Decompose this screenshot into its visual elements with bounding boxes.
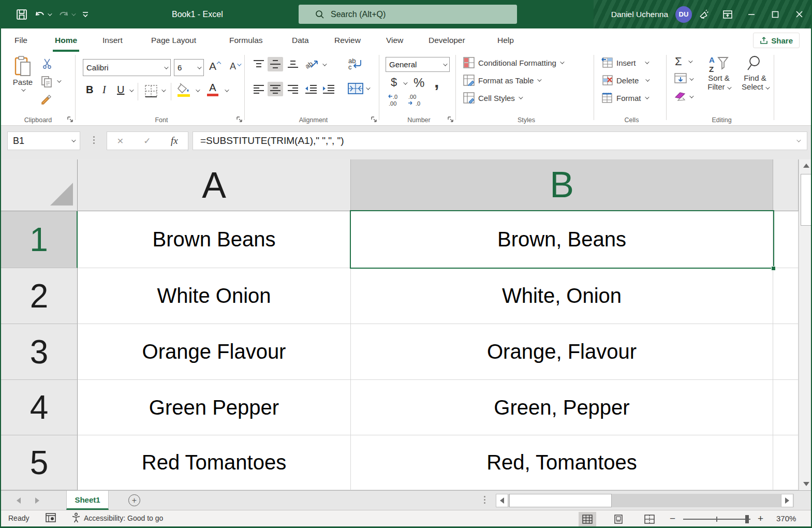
borders-dropdown-icon[interactable] (161, 87, 166, 92)
merge-center-button[interactable] (347, 82, 364, 95)
shrink-font-button[interactable]: A (230, 61, 240, 72)
accounting-format-button[interactable]: $ (391, 76, 397, 89)
cell-b2[interactable]: White, Onion (351, 268, 773, 324)
clear-dropdown-icon[interactable] (689, 94, 693, 98)
fill-dropdown-icon[interactable] (689, 76, 693, 80)
copy-dropdown-icon[interactable] (57, 78, 61, 82)
row-header-4[interactable]: 4 (1, 380, 78, 435)
format-as-table-button[interactable]: Format as Table (463, 74, 540, 87)
insert-function-icon[interactable]: fx (171, 135, 178, 146)
search-input[interactable]: Search (Alt+Q) (299, 5, 517, 24)
number-dialog-launcher-icon[interactable] (447, 116, 454, 123)
accounting-dropdown-icon[interactable] (403, 80, 407, 84)
orientation-dropdown-icon[interactable] (322, 62, 327, 66)
number-format-select[interactable]: General (386, 57, 450, 72)
accessibility-status[interactable]: Accessibility: Good to go (84, 514, 163, 522)
save-icon[interactable] (17, 9, 27, 20)
chevron-down-icon[interactable] (71, 138, 76, 142)
conditional-formatting-button[interactable]: Conditional Formatting (463, 56, 563, 69)
formula-bar-grip[interactable] (93, 136, 95, 144)
cell-a4[interactable]: Green Pepper (78, 380, 351, 435)
format-cells-button[interactable]: Format (601, 91, 648, 105)
cell-a5[interactable]: Red Tomantoes (78, 435, 351, 490)
align-left-button[interactable] (252, 84, 265, 94)
tab-review[interactable]: Review (332, 28, 363, 52)
row-header-1[interactable]: 1 (1, 211, 78, 268)
tab-formulas[interactable]: Formulas (227, 28, 265, 52)
undo-dropdown-icon[interactable] (48, 11, 52, 16)
scroll-up-button[interactable] (799, 159, 812, 172)
cell-c4[interactable] (773, 380, 799, 435)
scroll-down-button[interactable] (799, 478, 812, 490)
underline-button[interactable]: U (117, 84, 124, 96)
cancel-icon[interactable]: × (117, 135, 123, 147)
alignment-dialog-launcher-icon[interactable] (371, 116, 377, 123)
cell-b4[interactable]: Green, Pepper (351, 380, 773, 435)
column-header-c[interactable] (773, 159, 799, 211)
cell-styles-button[interactable]: Cell Styles (463, 91, 522, 105)
font-color-button[interactable]: A (207, 82, 218, 96)
increase-indent-button[interactable] (321, 84, 336, 94)
chevron-down-icon[interactable] (197, 65, 201, 69)
italic-button[interactable]: I (102, 84, 106, 96)
user-name[interactable]: Daniel Uchenna (611, 10, 668, 19)
horizontal-scroll-thumb[interactable] (509, 494, 612, 507)
share-button[interactable]: Share (753, 33, 800, 48)
chevron-down-icon[interactable] (765, 85, 770, 89)
orientation-button[interactable]: ab (305, 57, 320, 70)
page-break-view-button[interactable] (641, 512, 658, 526)
cell-a1[interactable]: Brown Beans (78, 211, 351, 268)
ribbon-display-options-icon[interactable] (716, 0, 740, 28)
font-color-dropdown-icon[interactable] (225, 87, 229, 92)
tab-insert[interactable]: Insert (100, 28, 125, 52)
enter-icon[interactable]: ✓ (143, 136, 151, 146)
chevron-down-icon[interactable] (645, 95, 649, 99)
align-center-button[interactable] (268, 82, 283, 96)
fill-color-dropdown-icon[interactable] (196, 87, 200, 92)
chevron-down-icon[interactable] (646, 77, 650, 81)
sort-filter-button[interactable]: AZ Sort & Filter (702, 55, 736, 91)
chevron-down-icon[interactable] (560, 60, 564, 64)
copy-button[interactable] (40, 76, 53, 88)
row-header-3[interactable]: 3 (1, 324, 78, 380)
tab-data[interactable]: Data (290, 28, 311, 52)
align-right-button[interactable] (286, 84, 300, 94)
zoom-level[interactable]: 370% (776, 514, 796, 523)
normal-view-button[interactable] (579, 512, 596, 526)
scroll-right-button[interactable] (781, 494, 793, 507)
close-button[interactable] (787, 0, 811, 28)
font-family-select[interactable]: Calibri (83, 59, 171, 76)
tab-view[interactable]: View (384, 28, 405, 52)
zoom-slider-thumb[interactable] (745, 515, 749, 523)
zoom-in-button[interactable]: + (758, 513, 763, 524)
coming-soon-megaphone-icon[interactable] (692, 0, 716, 28)
cut-button[interactable] (41, 58, 53, 69)
cell-a3[interactable]: Orange Flavour (78, 324, 351, 380)
autosum-dropdown-icon[interactable] (688, 58, 692, 63)
autosum-button[interactable]: Σ (675, 55, 682, 68)
chevron-down-icon[interactable] (537, 77, 541, 81)
name-box[interactable]: B1 (7, 131, 80, 150)
horizontal-scrollbar[interactable] (496, 494, 794, 507)
macro-record-icon[interactable] (46, 513, 56, 522)
tab-help[interactable]: Help (495, 28, 516, 52)
align-bottom-button[interactable] (286, 59, 300, 69)
wrap-text-button[interactable]: abc (347, 57, 363, 70)
row-header-5[interactable]: 5 (1, 435, 78, 490)
next-sheet-icon[interactable] (35, 497, 39, 504)
expand-formula-bar-icon[interactable] (796, 138, 801, 142)
cell-c2[interactable] (773, 268, 799, 324)
page-layout-view-button[interactable] (610, 512, 627, 526)
decrease-decimal-button[interactable]: .00.0 (407, 93, 424, 107)
vertical-scrollbar[interactable] (799, 159, 812, 490)
avatar[interactable]: DU (675, 6, 692, 23)
font-dialog-launcher-icon[interactable] (236, 116, 243, 123)
paste-button[interactable]: Paste (8, 56, 37, 92)
tabbar-grip[interactable] (484, 496, 485, 504)
tab-developer[interactable]: Developer (426, 28, 467, 52)
cell-b1[interactable]: Brown, Beans (351, 211, 773, 268)
new-sheet-button[interactable]: + (128, 494, 140, 506)
format-painter-button[interactable] (40, 94, 53, 106)
cell-c5[interactable] (773, 435, 799, 490)
align-middle-button[interactable] (268, 57, 283, 71)
